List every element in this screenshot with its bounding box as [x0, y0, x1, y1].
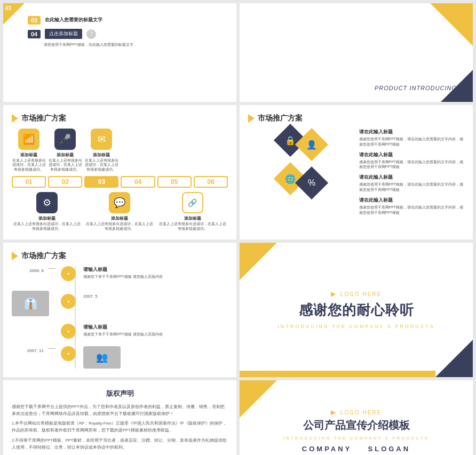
slide2-bottom-text: PRODUCT INTRODUCING	[375, 85, 457, 91]
timeline-date-2: 👔	[12, 289, 44, 316]
logo-icon-2	[331, 409, 338, 416]
slide3-icon-grid-top: 📶 添加标题 在某人上还有很多向进成功，在某人上还有很多组建成功。 🎤 添加标题…	[12, 129, 228, 172]
logo-icon	[331, 290, 338, 298]
num-cell-04: 04	[121, 176, 155, 188]
icon-cell-mic: 🎤 添加标题 在某人上还有很多向进成功，在某人上还有很多组建成功。	[48, 129, 82, 172]
top-left-yellow-triangle	[240, 243, 277, 280]
slide7-para1: 感谢您下载千库网平台上提供的PPT作品，为了您和作者及以及原创作者的利益，禁止复…	[12, 404, 228, 418]
link-icon-box: 🔗	[182, 192, 203, 213]
slide5-header: 市场推广方案	[12, 251, 228, 261]
wifi-icon-box: 📶	[18, 129, 39, 150]
slide-1: 03 03 在此输入您需要的标题文字 04 点击添加标题 ? 请您使用千库网PP…	[3, 3, 236, 102]
slide8-company-slogan: COMPANY SLOGAN	[302, 445, 410, 453]
slide5-title: 市场推广方案	[21, 251, 66, 261]
slide-4-market-plan: 市场推广方案 🔒 👤 🌐 %	[240, 105, 473, 240]
cover-top-left-triangle	[240, 380, 277, 418]
slide4-text-2: 请在此输入标题 感谢您使用千库网PPT模板，请在此输入您需要的文字内容，感谢您使…	[359, 151, 465, 170]
icon-cell-mail: ✉ 添加标题 在某人上还有很多向进成功，在某人上还有很多组建成功。	[84, 129, 118, 172]
slide4-header: 市场推广方案	[248, 114, 464, 123]
timeline-content-2: 2007. 5	[83, 289, 98, 299]
office-image: 👔	[12, 291, 49, 316]
slide3-icon-grid-bottom: ⚙ 添加标题 在某人上还有很多向进成功，在某人上还有很多组建成功。 💬 添加标题…	[12, 192, 228, 231]
slide7-para3: 2.不得将千库网的PPT模板、PPT素材，未经用于另出者，或者店应、注赠、转让、…	[12, 437, 228, 451]
num-cell-02: 02	[48, 176, 82, 188]
mail-icon-box: ✉	[91, 129, 112, 150]
slide6-sub-title: INTRODUCING THE COMPANY S PRODUCTS	[277, 324, 435, 329]
icon-cell-link: 🔗 添加标题 在某人上还有很多向进成功，在某人上还有很多组建成功。	[157, 192, 228, 231]
slide-2: PRODUCT INTRODUCING	[240, 3, 473, 102]
slide-6-thankyou: LOGO HERE 感谢您的耐心聆听 INTRODUCING THE COMPA…	[240, 243, 473, 377]
timeline-circle-1: ●	[61, 266, 76, 281]
timeline-item-4: 2007. 11 —— ● 👥	[12, 346, 228, 369]
timeline-item-3: ● 请输入标题 感谢您下单于千库网PPT模板 请您输入页面内容	[12, 324, 228, 339]
triangle-icon	[12, 114, 18, 123]
slide6-main-title: 感谢您的耐心聆听	[299, 301, 414, 320]
icon-cell-wifi: 📶 添加标题 在某人上还有很多向进成功，在某人上还有很多组建成功。	[12, 129, 46, 172]
timeline-item-1: 2006. 6 —— ● 请输入标题 感谢您下单于千库网PPT模板 请您输入页面…	[12, 266, 228, 281]
timeline-content-1: 请输入标题 感谢您下单于千库网PPT模板 请您输入页面内容	[83, 266, 163, 280]
timeline-circle-2: ●	[61, 294, 76, 309]
icon-cell-gear: ⚙ 添加标题 在某人上还有很多向进成功，在某人上还有很多组建成功。	[12, 192, 82, 231]
timeline-date-1: 2006. 6	[12, 266, 44, 273]
slide7-title: 版权声明	[12, 389, 228, 398]
slide8-logo: LOGO HERE	[331, 409, 382, 416]
num-badge-03: 03	[28, 16, 41, 25]
gear-icon-box: ⚙	[36, 192, 58, 213]
question-icon: ?	[86, 29, 96, 39]
diamond-row-1: 🔒 👤	[279, 129, 323, 156]
icon-cell-chat: 💬 添加标题 在某人上还有很多向进成功，在某人上还有很多组建成功。	[84, 192, 155, 231]
slide8-sub-title: INTRODUCING THE COMPANY S PRODUCTS	[283, 436, 429, 441]
num-badge-04: 04	[28, 30, 41, 38]
slide-8-cover: LOGO HERE 公司产品宣传介绍模板 INTRODUCING THE COM…	[240, 380, 473, 455]
slide3-num-row: 01 02 03 04 05 06	[12, 176, 228, 188]
item-desc-04: 请您使用千库网PPT模板，在此输入您需要的标题文字	[44, 42, 228, 48]
chat-icon-box: 💬	[109, 192, 130, 213]
item-text-03: 在此输入您需要的标题文字	[45, 17, 102, 25]
slide4-text-col: 请在此输入标题 感谢您使用千库网PPT模板，请在此输入您需要的文字内容，感谢您使…	[359, 129, 465, 215]
slide4-title: 市场推广方案	[258, 114, 303, 123]
bottom-yellow-stripe	[240, 371, 435, 377]
num-cell-03: 03	[84, 176, 118, 188]
slide-5-timeline: 市场推广方案 2006. 6 —— ● 请输入标题 感谢您下单于千库网PPT模板…	[3, 243, 236, 377]
timeline-circle-4: ●	[61, 346, 76, 361]
num-cell-01: 01	[12, 176, 46, 188]
mic-icon-box: 🎤	[54, 129, 76, 150]
slide-7-copyright: 版权声明 感谢您下载千库网平台上提供的PPT作品，为了您和作者及以及原创作者的利…	[3, 380, 236, 455]
slide4-diamond-grid: 🔒 👤 🌐 % 请在此输入标题 感谢您使用千库网PPT	[248, 129, 464, 215]
slide8-main-title: 公司产品宣传介绍模板	[303, 418, 410, 433]
timeline-content-3: 请输入标题 感谢您下单于千库网PPT模板 请您输入页面内容	[83, 324, 163, 337]
timeline-item-2: 👔 ● 2007. 5	[12, 289, 228, 316]
slide7-para2: 1.本平台网站出售模板是免版权类（RF：Royalty-Free）正版受《中国人…	[12, 420, 228, 434]
slide3-header: 市场推广方案	[12, 114, 228, 123]
slide-3-market-plan: 市场推广方案 📶 添加标题 在某人上还有很多向进成功，在某人上还有很多组建成功。…	[3, 105, 236, 240]
add-label-button[interactable]: 点击添加标题	[45, 29, 82, 39]
triangle-icon-3	[12, 252, 18, 260]
bottom-right-dark-triangle	[435, 340, 473, 377]
slide6-logo: LOGO HERE	[331, 290, 382, 298]
slide4-text-1: 请在此输入标题 感谢您使用千库网PPT模板，请在此输入您需要的文字内容，感谢您使…	[359, 129, 465, 147]
timeline-circle-3: ●	[61, 324, 76, 339]
num-cell-05: 05	[157, 176, 192, 188]
slide1-item-03: 03 在此输入您需要的标题文字	[28, 16, 228, 25]
slide3-title: 市场推广方案	[21, 114, 66, 123]
triangle-icon-2	[248, 114, 255, 123]
slide1-item-04: 04 点击添加标题 ?	[28, 29, 228, 39]
slide4-text-4: 请在此输入标题 感谢您使用千库网PPT模板，请在此输入您需要的文字内容，感谢您使…	[359, 197, 465, 215]
slide4-text-3: 请在此输入标题 感谢您使用千库网PPT模板，请在此输入您需要的文字内容，感谢您使…	[359, 174, 465, 193]
timeline-date-4: 2007. 11	[12, 346, 44, 353]
people-image: 👥	[83, 346, 121, 369]
timeline-wrapper: 2006. 6 —— ● 请输入标题 感谢您下单于千库网PPT模板 请您输入页面…	[12, 266, 228, 369]
num-cell-06: 06	[194, 176, 228, 188]
top-right-triangle	[430, 3, 473, 46]
